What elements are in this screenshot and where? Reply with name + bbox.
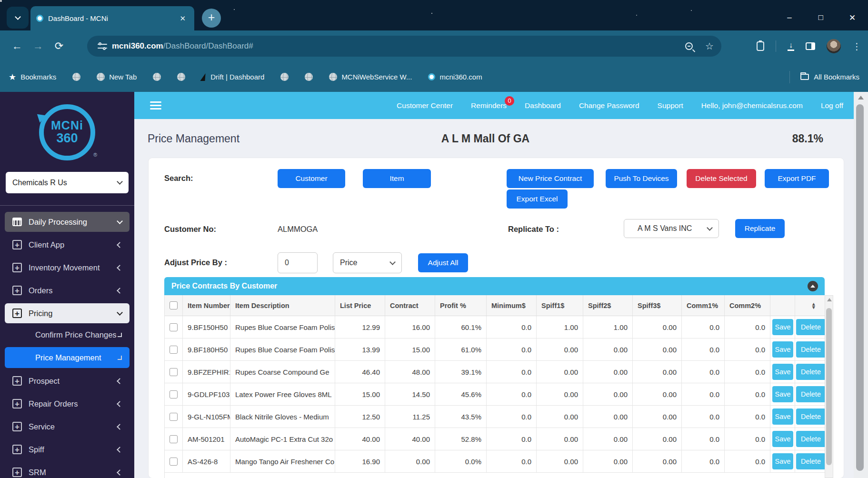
bookmark-item[interactable]: ★: [153, 73, 161, 81]
bookmark-star-icon[interactable]: ☆: [705, 40, 714, 52]
scroll-up-arrow-icon[interactable]: [858, 96, 864, 100]
new-price-contract-button[interactable]: New Price Contract: [507, 169, 594, 188]
adjust-price-input[interactable]: 0: [278, 252, 318, 273]
address-bar[interactable]: mcni360.com/DashBoard/DashBoard# ☆: [87, 36, 721, 57]
top-nav-item[interactable]: Reminders 0: [471, 101, 507, 110]
page-scrollbar-thumb[interactable]: [856, 104, 864, 471]
delete-button[interactable]: Delete: [796, 319, 825, 335]
delete-button[interactable]: Delete: [796, 386, 825, 402]
sidebar-item[interactable]: + Orders: [5, 280, 130, 300]
side-panel-icon[interactable]: [806, 42, 815, 50]
export-pdf-button[interactable]: Export PDF: [765, 169, 829, 188]
delete-button[interactable]: Delete: [796, 408, 825, 425]
row-checkbox[interactable]: [170, 368, 178, 376]
push-to-devices-button[interactable]: Push To Devices: [606, 169, 677, 188]
bookmark-item[interactable]: ★: [280, 73, 289, 81]
sidebar-item[interactable]: + Price Management: [5, 347, 130, 368]
col-contract[interactable]: Contract: [385, 295, 435, 316]
table-scrollbar-thumb[interactable]: [826, 308, 832, 465]
bookmark-item[interactable]: ★ Bookmarks: [9, 72, 56, 82]
search-customer-button[interactable]: Customer: [278, 169, 345, 188]
downloads-icon[interactable]: ↓: [788, 41, 794, 51]
tab-list-chevron-button[interactable]: [7, 7, 29, 29]
back-button[interactable]: ←: [7, 40, 28, 52]
top-nav-item[interactable]: Hello, john@chemicalsrus.com: [701, 101, 803, 110]
company-select[interactable]: Chemicals R Us: [6, 172, 129, 193]
table-scrollbar[interactable]: [825, 295, 833, 478]
col-sort[interactable]: ▴▾: [795, 295, 825, 316]
col-spiff1[interactable]: Spiff1$: [537, 295, 583, 316]
forward-button[interactable]: →: [28, 40, 49, 52]
export-excel-button[interactable]: Export Excel: [507, 189, 568, 209]
top-nav-item[interactable]: Dashboard: [525, 101, 561, 110]
save-button[interactable]: Save: [772, 453, 793, 469]
sidebar-item[interactable]: + Prospect: [5, 371, 130, 391]
top-nav-item[interactable]: Log off: [821, 101, 843, 110]
panel-collapse-button[interactable]: [808, 281, 818, 291]
bookmark-item[interactable]: ★ Drift | Dashboard: [201, 73, 264, 81]
browser-menu-icon[interactable]: ⋮: [852, 41, 861, 52]
site-settings-icon[interactable]: [98, 43, 107, 50]
col-spiff2[interactable]: Spiff2$: [583, 295, 633, 316]
delete-button[interactable]: Delete: [796, 431, 825, 447]
sidebar-item[interactable]: + Repair Orders: [5, 394, 130, 414]
row-checkbox[interactable]: [170, 323, 178, 331]
page-scrollbar[interactable]: [854, 92, 868, 478]
save-button[interactable]: Save: [772, 386, 793, 402]
window-close-button[interactable]: ✕: [837, 5, 868, 30]
bookmark-item[interactable]: ★ New Tab: [97, 73, 137, 81]
hamburger-menu-icon[interactable]: [150, 101, 161, 110]
scroll-up-arrow-icon[interactable]: [827, 298, 832, 301]
browser-tab[interactable]: DashBoard - MCNi ✕: [30, 6, 194, 30]
col-list-price[interactable]: List Price: [335, 295, 385, 316]
profile-avatar[interactable]: [827, 39, 841, 53]
row-checkbox[interactable]: [170, 390, 178, 398]
bookmark-item[interactable]: ★ mcni360.com: [428, 73, 482, 81]
sidebar-item[interactable]: + Inventory Movement: [5, 258, 130, 278]
row-checkbox[interactable]: [170, 413, 178, 421]
adjust-all-button[interactable]: Adjust All: [418, 253, 468, 272]
reload-button[interactable]: ⟳: [49, 40, 70, 52]
window-maximize-button[interactable]: □: [805, 5, 837, 30]
top-nav-item[interactable]: Change Password: [579, 101, 639, 110]
col-minimum[interactable]: Minimum$: [487, 295, 537, 316]
col-item-number[interactable]: Item Number: [183, 295, 230, 316]
sidebar-item[interactable]: + SRM: [5, 462, 130, 478]
replicate-button[interactable]: Replicate: [735, 219, 785, 238]
col-item-description[interactable]: Item Description: [230, 295, 335, 316]
sidebar-item[interactable]: + Service: [5, 417, 130, 437]
bookmark-item[interactable]: ★: [305, 73, 313, 81]
delete-button[interactable]: Delete: [796, 453, 825, 469]
col-profit[interactable]: Profit %: [435, 295, 487, 316]
adjust-type-select[interactable]: Price: [333, 252, 402, 273]
row-checkbox[interactable]: [170, 458, 178, 466]
sidebar-item[interactable]: + Daily Processing: [5, 212, 130, 232]
delete-selected-button[interactable]: Delete Selected: [687, 169, 756, 188]
bookmark-item[interactable]: ★: [177, 73, 185, 81]
row-checkbox[interactable]: [170, 435, 178, 443]
top-nav-item[interactable]: Customer Center: [397, 101, 453, 110]
sidebar-item[interactable]: + Pricing: [5, 303, 130, 323]
bookmark-item[interactable]: ★: [72, 73, 80, 81]
col-comm1[interactable]: Comm1%: [682, 295, 725, 316]
save-button[interactable]: Save: [772, 341, 793, 358]
col-comm2[interactable]: Comm2%: [725, 295, 770, 316]
select-all-checkbox[interactable]: [170, 301, 178, 309]
new-tab-button[interactable]: +: [202, 9, 221, 28]
save-button[interactable]: Save: [772, 431, 793, 447]
tab-close-icon[interactable]: ✕: [177, 13, 189, 24]
delete-button[interactable]: Delete: [796, 364, 825, 380]
sidebar-item[interactable]: + Confirm Price Changes: [5, 326, 130, 343]
col-spiff3[interactable]: Spiff3$: [633, 295, 682, 316]
row-checkbox[interactable]: [170, 346, 178, 354]
save-button[interactable]: Save: [772, 408, 793, 425]
top-nav-item[interactable]: Support: [658, 101, 683, 110]
sidebar-item[interactable]: + Spiff: [5, 439, 130, 459]
search-item-button[interactable]: Item: [363, 169, 431, 188]
save-button[interactable]: Save: [772, 364, 793, 380]
zoom-out-icon[interactable]: [685, 42, 693, 50]
delete-button[interactable]: Delete: [796, 341, 825, 358]
extensions-icon[interactable]: [757, 41, 764, 51]
save-button[interactable]: Save: [772, 319, 793, 335]
window-minimize-button[interactable]: –: [774, 5, 805, 30]
